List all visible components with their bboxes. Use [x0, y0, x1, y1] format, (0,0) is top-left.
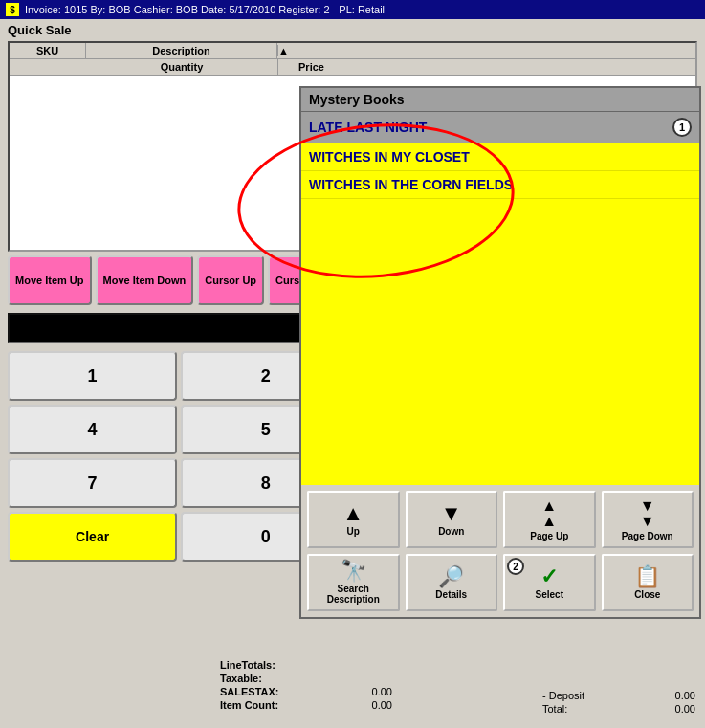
clear-button[interactable]: Clear: [8, 512, 177, 562]
select-badge: 2: [507, 558, 524, 575]
key-1[interactable]: 1: [8, 351, 177, 401]
move-item-down-button[interactable]: Move Item Down: [96, 255, 194, 305]
app-icon: $: [6, 3, 19, 16]
up-btn-label: Up: [347, 526, 360, 537]
salestax-value: 0.00: [344, 686, 392, 697]
main-window: Quick Sale SKU Description ▲ Quantity Pr…: [0, 19, 705, 728]
close-icon: 📋: [634, 566, 660, 587]
deposit-label: - Deposit: [542, 690, 584, 701]
sub-header-row: Quantity Price: [10, 59, 695, 76]
popup-item-text: WITCHES IN MY CLOSET: [309, 149, 470, 165]
item-count-label: Item Count:: [220, 699, 278, 711]
taxable-value: [344, 673, 392, 684]
popup-buttons: ▲ Up ▼ Down ▲▲ Page Up ▼▼ Page Down 🔭 Se…: [301, 485, 699, 617]
close-button[interactable]: 📋 Close: [602, 554, 694, 611]
item-count-value: 0.00: [344, 699, 392, 711]
total-label: Total:: [542, 703, 567, 715]
page-up-icon: ▲▲: [541, 498, 557, 529]
select-label: Select: [536, 589, 563, 600]
details-button[interactable]: 🔎 Details: [406, 554, 498, 611]
popup-list-item[interactable]: WITCHES IN THE CORN FIELDS: [301, 171, 699, 199]
total-value: 0.00: [675, 703, 695, 715]
popup-up-button[interactable]: ▲ Up: [307, 491, 400, 548]
page-down-icon: ▼▼: [640, 498, 655, 529]
search-description-button[interactable]: 🔭 Search Description: [307, 554, 400, 611]
popup-list: LATE LAST NIGHT1WITCHES IN MY CLOSETWITC…: [301, 112, 699, 485]
page-down-btn-label: Page Down: [622, 531, 673, 541]
key-4[interactable]: 4: [8, 405, 177, 454]
popup-panel: Mystery Books LATE LAST NIGHT1WITCHES IN…: [299, 86, 701, 619]
quick-sale-label: Quick Sale: [0, 19, 705, 41]
popup-header: Mystery Books: [301, 88, 699, 112]
line-totals-value: [344, 659, 392, 671]
popup-down-button[interactable]: ▼ Down: [406, 491, 498, 548]
key-7[interactable]: 7: [8, 458, 177, 508]
deposit-value: 0.00: [675, 690, 695, 701]
col-header-blank: [10, 59, 86, 75]
select-button[interactable]: 2 ✓ Select: [503, 554, 596, 611]
move-item-up-button[interactable]: Move Item Up: [8, 255, 92, 305]
popup-list-item[interactable]: LATE LAST NIGHT1: [301, 112, 699, 143]
popup-list-item[interactable]: WITCHES IN MY CLOSET: [301, 143, 699, 171]
taxable-label: Taxable:: [220, 673, 262, 684]
col-header-sku: SKU: [10, 43, 86, 58]
search-desc-label: Search Description: [311, 584, 396, 605]
popup-item-text: LATE LAST NIGHT: [309, 120, 427, 135]
invoice-header-row: SKU Description ▲: [10, 43, 695, 59]
deposit-total: - Deposit 0.00 Total: 0.00: [542, 689, 695, 716]
close-label: Close: [634, 589, 660, 600]
scroll-up-btn[interactable]: ▲: [277, 45, 295, 56]
line-totals: LineTotals: Taxable: SALESTAX: 0.00 Item…: [220, 658, 392, 712]
popup-page-down-button[interactable]: ▼▼ Page Down: [602, 491, 694, 548]
select-check-icon: ✓: [540, 566, 558, 587]
salestax-label: SALESTAX:: [220, 686, 279, 697]
title-text: Invoice: 1015 By: BOB Cashier: BOB Date:…: [25, 4, 385, 15]
down-btn-label: Down: [438, 526, 464, 537]
details-icon: 🔎: [438, 566, 464, 587]
down-arrow-icon: ▼: [441, 503, 462, 524]
cursor-up-button[interactable]: Cursor Up: [197, 255, 264, 305]
col-header-description: Description: [86, 43, 277, 58]
col-header-quantity: Quantity: [86, 59, 277, 75]
details-label: Details: [435, 589, 467, 600]
popup-item-badge: 1: [672, 118, 692, 137]
line-totals-label: LineTotals:: [220, 659, 275, 671]
popup-page-up-button[interactable]: ▲▲ Page Up: [503, 491, 596, 548]
page-up-btn-label: Page Up: [530, 531, 568, 541]
col-header-price: Price: [277, 59, 344, 75]
title-bar: $ Invoice: 1015 By: BOB Cashier: BOB Dat…: [0, 0, 705, 19]
up-arrow-icon: ▲: [342, 503, 364, 524]
search-binoculars-icon: 🔭: [341, 561, 366, 582]
popup-item-text: WITCHES IN THE CORN FIELDS: [309, 177, 513, 192]
